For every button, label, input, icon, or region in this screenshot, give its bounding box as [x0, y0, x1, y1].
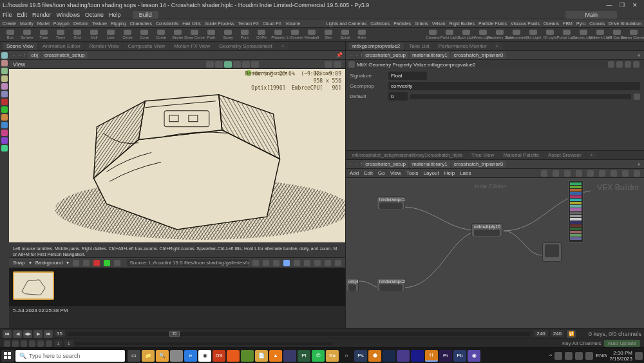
param-default-input[interactable]: 0	[388, 92, 408, 101]
shelf-tab[interactable]: Create	[3, 21, 16, 26]
shelf-tab[interactable]: Oceans	[544, 21, 559, 26]
shelf-tab[interactable]: Cloud FX	[263, 21, 281, 26]
tool-tube[interactable]: Tube	[36, 29, 52, 41]
pt-icon[interactable]: Pt	[298, 350, 310, 362]
tool-move-icon[interactable]	[1, 60, 8, 66]
close-button[interactable]: ✕	[629, 2, 641, 8]
grid-med-icon[interactable]	[263, 260, 269, 266]
shelf-tab[interactable]: Particle Fluids	[478, 21, 507, 26]
taskview-icon[interactable]: ▭	[128, 350, 140, 362]
tool-font[interactable]: Font	[237, 29, 252, 41]
pin-icon[interactable]: 📌	[336, 52, 343, 58]
tab-add-icon[interactable]: +	[587, 152, 598, 159]
search-icon[interactable]: 🔍	[156, 350, 169, 362]
color-palette[interactable]	[568, 181, 583, 242]
tool-box[interactable]: Box	[3, 29, 18, 41]
tool-line[interactable]: Line	[103, 29, 118, 41]
gear-icon[interactable]	[608, 61, 614, 68]
whatsapp-icon[interactable]: ✆	[312, 350, 325, 362]
refresh-icon[interactable]	[616, 61, 623, 68]
blender-icon[interactable]: ⬢	[368, 350, 381, 362]
tl-playback-icon[interactable]: ◀▶	[23, 330, 32, 338]
node-crumb[interactable]: crosshatch_triplanar8	[451, 161, 506, 168]
node-input4[interactable]: orig4	[346, 278, 359, 292]
shelf-tab[interactable]: Guide Process	[205, 21, 234, 26]
tab-treeview[interactable]: Tree View	[468, 152, 498, 159]
sort-icon[interactable]	[314, 260, 321, 266]
tab-composite[interactable]: Composite View	[124, 43, 169, 50]
tray-expand-icon[interactable]: ^	[549, 353, 552, 358]
tool-handles-icon[interactable]	[1, 91, 8, 97]
obs-icon[interactable]: ○	[340, 350, 353, 362]
shelf-tab[interactable]: Terrain FX	[238, 21, 259, 26]
shelf-tab[interactable]: Deform	[73, 21, 88, 26]
houdini-icon[interactable]: H	[425, 350, 438, 362]
pr-icon[interactable]: Pr	[439, 350, 452, 362]
tool-null[interactable]: Null	[86, 29, 102, 41]
tab-assetbrowser[interactable]: Asset Browser	[544, 152, 585, 159]
tool-torus[interactable]: Torus	[53, 29, 68, 41]
tab-add-icon[interactable]: +	[278, 43, 289, 50]
status-lang-icon[interactable]	[21, 340, 27, 347]
render-viewport[interactable]: 🟢 Karma Persp ▾ No cam Rendering 26.6% (…	[9, 69, 345, 243]
tab-takelist[interactable]: Take List	[405, 43, 433, 50]
tray-lang[interactable]: ENG	[596, 353, 607, 358]
sa-icon[interactable]: Sa	[326, 350, 339, 362]
net-list-icon[interactable]	[599, 170, 605, 177]
tool-spotlight[interactable]: Spot Light	[459, 29, 474, 41]
refresh-icon[interactable]	[294, 260, 300, 266]
node-multiply[interactable]: mtlmultiply10	[471, 223, 502, 237]
tl-cur-frame[interactable]: 35	[54, 330, 65, 337]
tl-first-icon[interactable]: ⏮	[3, 330, 12, 338]
tab-matpalette[interactable]: Material Palette	[499, 152, 543, 159]
node-ramp1[interactable]: hmtlxrampc1	[377, 196, 405, 210]
shelf-tab[interactable]: Rigging	[111, 21, 126, 26]
node-output[interactable]	[542, 242, 562, 262]
vp-shade-icon[interactable]	[224, 61, 232, 68]
vp-mode-icon[interactable]	[206, 61, 214, 68]
keyall-dropdown[interactable]: Key All Channels	[562, 340, 601, 346]
tool-select-icon[interactable]	[1, 52, 8, 59]
tool-rotate-icon[interactable]	[1, 68, 8, 74]
fb-icon[interactable]: Fb	[453, 350, 466, 362]
record-icon[interactable]	[93, 260, 100, 266]
taskbar-search-input[interactable]: 🔍 Type here to search	[15, 350, 125, 362]
vp-gear-icon[interactable]	[325, 61, 332, 68]
shelf-tab[interactable]: Vellum	[432, 21, 446, 26]
share-icon[interactable]	[114, 260, 120, 266]
tool-skylight[interactable]: Sky Light	[526, 29, 541, 41]
node-path-long[interactable]: mtl/crosshatch_setup/materiallibrary1/cr…	[348, 152, 466, 158]
net-layout-icon[interactable]	[553, 170, 559, 177]
net-search-icon[interactable]	[622, 170, 629, 177]
param-path-c[interactable]: crosshatch_triplanar8	[451, 52, 506, 59]
tool-ambient[interactable]: Ambient Light	[592, 29, 608, 41]
tl-loop-icon[interactable]: 🔁	[567, 330, 576, 338]
tool-grid[interactable]: Grid	[70, 29, 85, 41]
net-menu-edit[interactable]: Edit	[364, 170, 373, 176]
shelf-tab[interactable]: Volume	[285, 21, 300, 26]
net-info-icon[interactable]	[587, 170, 594, 177]
net-help-icon[interactable]	[634, 170, 640, 177]
shelf-tab[interactable]: Modify	[20, 21, 33, 26]
vp-light-icon[interactable]	[233, 61, 241, 68]
tool-skin[interactable]: Skin	[321, 29, 336, 41]
app-icon[interactable]	[283, 350, 296, 362]
status-frame2[interactable]: 1	[64, 340, 72, 347]
tl-next-icon[interactable]: ⏭	[44, 330, 53, 338]
net-menu-labs[interactable]: Labs	[460, 170, 471, 176]
help-icon[interactable]	[633, 61, 639, 68]
tab-param[interactable]: mtlxgeompropvalue2	[348, 43, 404, 50]
explorer-icon[interactable]: 📁	[142, 350, 155, 362]
tool-camera[interactable]: Camera	[425, 29, 440, 41]
menu-file[interactable]: File	[3, 12, 12, 18]
snapshot-thumbnail[interactable]	[13, 271, 54, 300]
tool-envlight[interactable]: Environment	[509, 29, 524, 41]
node-ramp2[interactable]: hmtlxrampc2	[377, 278, 405, 292]
net-menu-go[interactable]: Go	[378, 170, 385, 176]
net-menu-tools[interactable]: Tools	[406, 170, 419, 176]
tool-render-icon[interactable]	[1, 137, 8, 144]
tool-path[interactable]: Path	[204, 29, 219, 41]
net-menu-help[interactable]: Help	[444, 170, 455, 176]
menu-render[interactable]: Render	[32, 12, 52, 18]
app-icon[interactable]	[411, 350, 424, 362]
